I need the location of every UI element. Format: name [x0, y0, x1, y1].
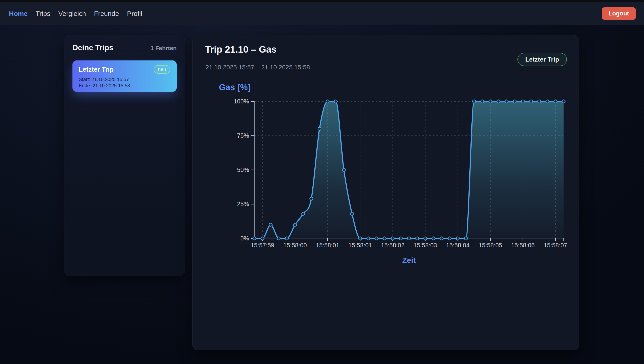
trip-date-range: 21.10.2025 15:57 – 21.10.2025 15:58 [206, 64, 310, 71]
y-tick-label: 75% [237, 132, 249, 139]
x-tick-label: 15:58:03 [414, 242, 437, 249]
x-tick-label: 15:58:01 [348, 242, 372, 249]
trip-end-label: Ende: 21.10.2025 15:58 [79, 83, 170, 89]
y-tick-label: 25% [237, 201, 249, 208]
nav-item-trips[interactable]: Trips [36, 10, 50, 18]
trip-card-letzter-trip[interactable]: Letzter Trip neu Start: 21.10.2025 15:57… [72, 60, 177, 92]
x-tick-label: 15:58:00 [283, 242, 307, 249]
x-tick-label: 15:58:06 [511, 242, 535, 249]
page-title: Trip 21.10 – Gas [205, 44, 276, 55]
logout-button[interactable]: Logout [602, 8, 636, 20]
nav-items: Home Trips Vergleich Freunde Profil [9, 10, 142, 18]
navbar: Home Trips Vergleich Freunde Profil Logo… [0, 2, 644, 25]
trip-card-header: Letzter Trip neu [79, 65, 170, 74]
trips-sidebar: Deine Trips 1 Fahrten Letzter Trip neu S… [64, 35, 185, 276]
y-tick-label: 100% [234, 98, 249, 105]
trip-start-label: Start: 21.10.2025 15:57 [79, 77, 170, 83]
letzter-trip-filter-button[interactable]: Letzter Trip [518, 53, 567, 66]
x-tick-label: 15:58:01 [316, 242, 339, 249]
chart-y-axis-title: Gas [%] [219, 83, 250, 92]
x-tick-label: 15:58:02 [381, 242, 404, 249]
trip-card-title: Letzter Trip [79, 66, 114, 73]
trip-count-label: 1 Fahrten [150, 45, 177, 52]
y-tick-label: 0% [240, 235, 249, 242]
nav-item-profil[interactable]: Profil [127, 10, 142, 18]
nav-item-home[interactable]: Home [9, 10, 28, 18]
new-badge: neu [154, 65, 170, 74]
window-top-strip [0, 0, 644, 2]
y-tick-label: 50% [237, 166, 249, 173]
gas-line-chart[interactable] [254, 101, 564, 242]
nav-item-vergleich[interactable]: Vergleich [58, 10, 86, 18]
x-tick-label: 15:58:04 [446, 242, 470, 249]
chart-plot[interactable]: 15:57:5915:58:0015:58:0115:58:0115:58:02… [254, 101, 564, 238]
x-tick-label: 15:58:05 [478, 242, 502, 249]
sidebar-header: Deine Trips 1 Fahrten [72, 43, 177, 52]
x-tick-label: 15:57:59 [251, 242, 274, 249]
trip-detail-panel: Trip 21.10 – Gas 21.10.2025 15:57 – 21.1… [192, 35, 579, 350]
x-tick-label: 15:58:07 [544, 242, 567, 249]
sidebar-title: Deine Trips [72, 43, 113, 52]
chart-x-axis-title: Zeit [254, 256, 564, 265]
nav-item-freunde[interactable]: Freunde [94, 10, 119, 18]
